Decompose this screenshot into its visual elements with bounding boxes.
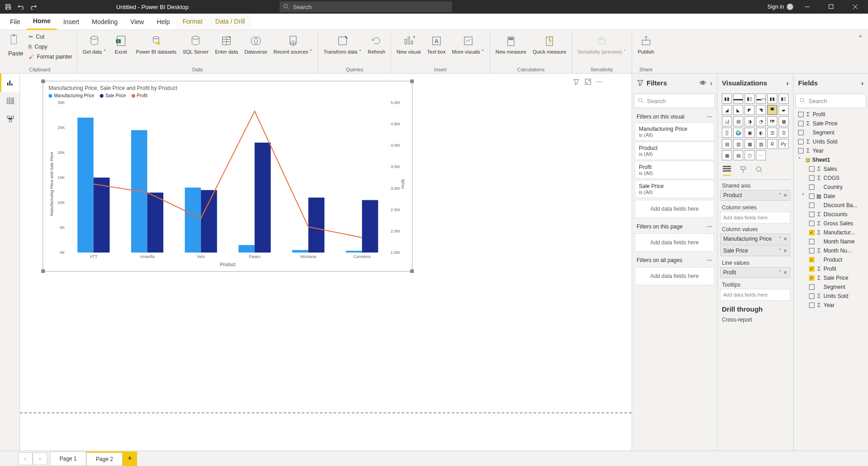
field-checkbox[interactable] [809, 257, 814, 263]
field-checkbox[interactable] [798, 121, 804, 126]
field-checkbox[interactable] [809, 230, 814, 235]
field-checkbox[interactable] [798, 139, 804, 144]
report-canvas[interactable]: ⋯ Manufacturing Price, Sale Price and Pr… [20, 74, 632, 451]
field-checkbox[interactable] [798, 148, 804, 154]
remove-icon[interactable]: ✕ [783, 236, 787, 242]
table-header[interactable]: ˄▦Sheet1 [796, 155, 865, 164]
viz-type-icon[interactable]: ▣ [745, 128, 755, 138]
field-row[interactable]: ΣYear [796, 301, 865, 310]
field-row[interactable]: Month Name [796, 237, 865, 246]
sensitivity-button[interactable]: Sensitivity (preview) ˅ [575, 32, 629, 57]
collapse-icon[interactable]: › [861, 79, 863, 87]
viz-type-icon[interactable]: ▀ [767, 105, 777, 115]
add-filter-page[interactable]: Add data fields here [635, 233, 714, 252]
pbi-datasets-button[interactable]: Power BI datasets [133, 32, 179, 57]
field-checkbox[interactable] [809, 275, 814, 281]
viz-type-icon[interactable]: ◢ [722, 105, 732, 115]
viz-type-icon[interactable]: 🗺 [767, 116, 777, 126]
page-prev-button[interactable]: ‹ [18, 452, 33, 465]
filter-card[interactable]: Sale Priceis (All) [635, 180, 714, 198]
viz-type-icon[interactable]: ▮▮ [767, 94, 777, 104]
viz-type-icon[interactable]: ◑ [745, 116, 755, 126]
more-icon[interactable]: ⋯ [707, 114, 712, 120]
field-row[interactable]: ΣDiscounts [796, 210, 865, 219]
quick-measure-button[interactable]: Quick measure [530, 32, 569, 57]
report-view-button[interactable] [0, 74, 20, 92]
field-row[interactable]: ΣSale Price [796, 273, 865, 283]
page-tab-2[interactable]: Page 2 [86, 451, 123, 466]
viz-type-icon[interactable]: ◐ [756, 128, 766, 138]
get-data-button[interactable]: Get data ˅ [80, 32, 108, 57]
tab-insert[interactable]: Insert [57, 14, 85, 30]
sql-server-button[interactable]: SQL Server [180, 32, 211, 57]
ribbon-collapse-button[interactable]: ^ [855, 32, 865, 73]
field-checkbox[interactable] [809, 248, 814, 253]
tab-format[interactable]: Format [176, 14, 209, 30]
field-checkbox[interactable] [798, 112, 804, 117]
field-row[interactable]: ΣCOGS [796, 174, 865, 183]
field-row[interactable]: ΣProfit [796, 264, 865, 273]
viz-type-icon[interactable]: Py [779, 139, 789, 149]
viz-type-icon[interactable]: ▦ [722, 150, 732, 160]
field-checkbox[interactable] [809, 166, 814, 172]
maximize-button[interactable] [821, 0, 841, 14]
viz-type-icon[interactable]: R [767, 139, 777, 149]
viz-type-icon[interactable]: ◤ [745, 105, 755, 115]
field-row[interactable]: Discount Ba... [796, 201, 865, 210]
add-filter-visual[interactable]: Add data fields here [635, 200, 714, 218]
field-checkbox[interactable] [809, 193, 814, 199]
collapse-icon[interactable]: › [710, 79, 712, 87]
minimize-button[interactable] [797, 0, 817, 14]
well-col-series[interactable]: Add data fields here [720, 212, 790, 223]
field-row[interactable]: ΣMonth Nu... [796, 246, 865, 255]
excel-button[interactable]: XExcel [110, 32, 132, 57]
expand-icon[interactable]: ˄ [798, 157, 804, 163]
well-shared-axis[interactable]: Product˅✕ [720, 190, 790, 201]
chevron-down-icon[interactable]: ˅ [779, 236, 781, 242]
field-row[interactable]: ΣGross Sales [796, 219, 865, 228]
field-checkbox[interactable] [809, 284, 814, 290]
viz-type-icon[interactable]: ◥ [756, 105, 766, 115]
add-filter-all[interactable]: Add data fields here [635, 267, 714, 285]
viz-type-icon[interactable]: ☰ [767, 128, 777, 138]
field-row[interactable]: ΣSale Price [796, 119, 865, 128]
field-checkbox[interactable] [809, 184, 814, 190]
viz-type-icon[interactable]: ▮▯ [779, 94, 789, 104]
tab-view[interactable]: View [124, 14, 150, 30]
tab-modeling[interactable]: Modeling [85, 14, 124, 30]
field-row[interactable]: ΣUnits Sold [796, 137, 865, 146]
filter-icon[interactable] [573, 78, 580, 85]
text-box-button[interactable]: AText box [424, 32, 448, 57]
transform-data-button[interactable]: Transform data ˅ [321, 32, 364, 57]
field-checkbox[interactable] [809, 212, 814, 217]
viz-type-icon[interactable]: ▮▮ [722, 94, 732, 104]
viz-type-icon[interactable]: ⋯ [756, 150, 766, 160]
viz-type-icon[interactable]: ☲ [779, 128, 789, 138]
resize-handle[interactable] [41, 79, 45, 83]
field-checkbox[interactable] [809, 239, 814, 244]
undo-icon[interactable] [15, 1, 26, 12]
resize-handle[interactable] [410, 79, 414, 83]
viz-type-icon[interactable]: 🌍 [733, 128, 743, 138]
viz-type-icon[interactable]: ▬▭ [756, 94, 766, 104]
resize-handle[interactable] [410, 269, 414, 273]
filter-card[interactable]: Productis (All) [635, 142, 714, 160]
chart-visual[interactable]: Manufacturing Price, Sale Price and Prof… [43, 81, 412, 272]
tab-help[interactable]: Help [150, 14, 176, 30]
publish-button[interactable]: Publish [635, 32, 657, 57]
viz-type-icon[interactable]: ◔ [756, 116, 766, 126]
copy-button[interactable]: ⎘Copy [27, 42, 74, 52]
fields-search[interactable]: Search [795, 94, 866, 108]
viz-type-icon[interactable]: ▥ [733, 139, 743, 149]
redo-icon[interactable] [28, 1, 39, 12]
viz-type-icon[interactable]: ▤ [722, 139, 732, 149]
remove-icon[interactable]: ✕ [783, 193, 787, 198]
page-tab-1[interactable]: Page 1 [50, 451, 86, 466]
more-icon[interactable]: ⋯ [596, 78, 602, 85]
field-row[interactable]: ΣSales [796, 164, 865, 174]
viz-type-icon[interactable]: ◣ [733, 105, 743, 115]
chevron-down-icon[interactable]: ˅ [779, 193, 781, 198]
refresh-button[interactable]: Refresh [365, 32, 388, 57]
model-view-button[interactable] [0, 110, 20, 128]
format-painter-button[interactable]: 🖌Format painter [27, 52, 74, 62]
